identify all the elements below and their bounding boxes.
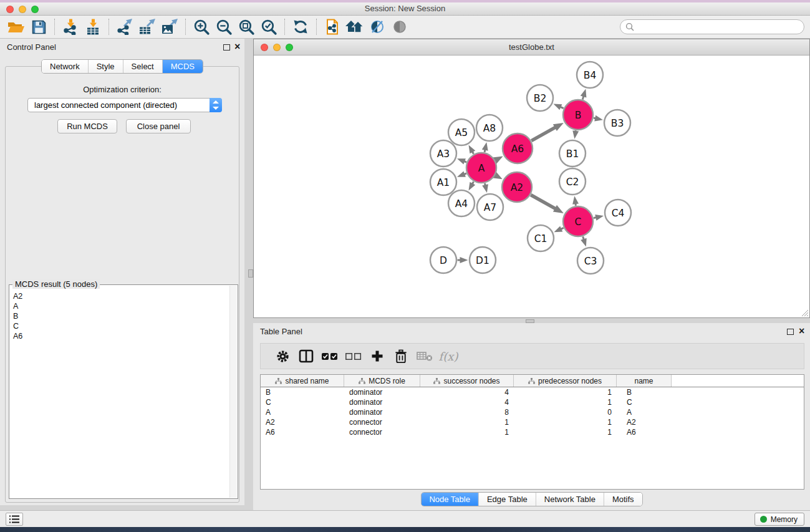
graph-node-label-B1: B1 — [566, 148, 579, 160]
table-cell: 1 — [514, 417, 617, 427]
table-row[interactable]: Cdominator41C — [261, 397, 804, 407]
gear-icon — [276, 349, 290, 364]
column-header-name[interactable]: name — [617, 375, 672, 387]
result-scrollbar[interactable] — [229, 286, 237, 498]
network-canvas[interactable]: AA1A2A3A4A5A6A7A8BB1B2B3B4CC1C2C3C4DD1 — [254, 56, 809, 317]
tab-edge-table[interactable]: Edge Table — [478, 493, 536, 506]
delete-table-button[interactable] — [413, 346, 436, 366]
column-header-label: MCDS role — [369, 377, 405, 385]
duplicate-network-button[interactable] — [321, 17, 344, 37]
network-window-titlebar[interactable]: testGlobe.txt — [254, 39, 809, 56]
float-panel-button[interactable] — [223, 44, 230, 51]
export-network-button[interactable] — [113, 17, 136, 37]
close-panel-button[interactable]: × — [234, 41, 240, 52]
deselect-all-button[interactable] — [342, 346, 365, 366]
tab-style[interactable]: Style — [88, 60, 123, 73]
mcds-result-item[interactable]: B — [13, 311, 229, 321]
search-field[interactable] — [620, 19, 804, 34]
control-panel-title: Control Panel — [7, 42, 56, 52]
table-cell: C — [617, 397, 672, 407]
table-cell: 8 — [420, 407, 514, 417]
graph-node-label-C3: C3 — [584, 256, 597, 267]
toolbar-separator — [185, 19, 186, 35]
graph-node-label-A6: A6 — [511, 143, 524, 155]
refresh-button[interactable] — [289, 17, 312, 37]
memory-button[interactable]: Memory — [755, 513, 804, 526]
run-mcds-button[interactable]: Run MCDS — [57, 119, 117, 133]
open-file-button[interactable] — [5, 17, 27, 37]
table-cell: dominator — [344, 407, 420, 417]
toolbar-separator — [108, 19, 109, 35]
table-row[interactable]: Adominator80A — [261, 407, 804, 417]
tab-node-table[interactable]: Node Table — [421, 493, 478, 506]
zoom-out-button[interactable] — [213, 17, 235, 37]
tab-network-table[interactable]: Network Table — [536, 493, 604, 506]
tab-network[interactable]: Network — [42, 60, 88, 73]
graph-edge-arrowhead — [594, 115, 603, 122]
zoom-in-button[interactable] — [190, 17, 213, 37]
toggle-columns-button[interactable] — [294, 346, 318, 366]
table-row[interactable]: Bdominator41B — [261, 387, 804, 397]
graph-node-label-A2: A2 — [511, 182, 523, 193]
column-header-predecessor-nodes[interactable]: predecessor nodes — [514, 375, 617, 387]
delete-column-button[interactable] — [389, 346, 413, 366]
column-header-MCDS-role[interactable]: MCDS role — [344, 375, 420, 387]
function-builder-button[interactable]: f(x) — [436, 346, 460, 366]
table-cell: 4 — [420, 387, 514, 397]
hierarchy-icon — [528, 378, 535, 384]
tab-mcds[interactable]: MCDS — [162, 60, 203, 73]
column-header-successor-nodes[interactable]: successor nodes — [420, 375, 514, 387]
show-all-button[interactable] — [388, 17, 411, 37]
zoom-selected-icon — [261, 19, 277, 36]
save-session-button[interactable] — [27, 17, 50, 37]
mcds-result-item[interactable]: A2 — [13, 291, 229, 301]
graph-edge-arrowhead — [554, 226, 562, 232]
create-column-button[interactable] — [365, 346, 389, 366]
splitter-handle[interactable] — [248, 269, 253, 278]
hide-selected-button[interactable] — [366, 17, 388, 37]
select-all-button[interactable] — [318, 346, 342, 366]
zoom-fit-button[interactable] — [235, 17, 258, 37]
hierarchy-icon — [275, 378, 282, 384]
main-toolbar — [0, 16, 810, 39]
table-cell: dominator — [344, 387, 420, 397]
import-network-icon — [62, 19, 79, 35]
graph-node-label-A3: A3 — [437, 148, 450, 160]
export-image-button[interactable] — [158, 17, 181, 37]
zoom-selected-button[interactable] — [258, 17, 280, 37]
float-table-panel-button[interactable] — [787, 329, 794, 335]
graph-edge-arrowhead — [553, 104, 562, 110]
close-panel-button-mcds[interactable]: Close panel — [126, 119, 191, 133]
graph-edge-A6-B[interactable] — [531, 127, 556, 141]
column-header-label: successor nodes — [443, 377, 499, 385]
table-settings-button[interactable] — [271, 346, 294, 366]
import-table-button[interactable] — [82, 17, 104, 37]
memory-label: Memory — [771, 515, 798, 524]
graph-edge-arrowhead — [482, 142, 488, 151]
graph-edge-arrowhead — [572, 196, 579, 205]
table-cell: A — [617, 407, 672, 417]
tab-select[interactable]: Select — [123, 60, 162, 73]
home-network-button[interactable] — [344, 17, 366, 37]
table-row[interactable]: A6connector11A6 — [261, 427, 804, 437]
graph-node-label-C: C — [575, 216, 582, 228]
desktop-wallpaper-strip — [0, 527, 810, 532]
export-table-button[interactable] — [136, 17, 158, 37]
import-network-button[interactable] — [59, 17, 82, 37]
mcds-result-item[interactable]: A6 — [13, 331, 229, 341]
column-header-shared-name[interactable]: shared name — [261, 375, 344, 387]
network-window-title: testGlobe.txt — [254, 42, 809, 52]
node-table: shared nameMCDS rolesuccessor nodesprede… — [260, 374, 804, 490]
graph-edge-A2-C[interactable] — [531, 195, 556, 209]
mcds-result-item[interactable]: A — [13, 301, 229, 311]
tab-motifs[interactable]: Motifs — [604, 493, 642, 506]
criterion-select[interactable]: largest connected component (directed) — [27, 98, 222, 112]
mcds-result-list: A2ABCA6 — [9, 288, 229, 497]
task-history-button[interactable] — [6, 513, 23, 526]
table-row[interactable]: A2connector11A2 — [261, 417, 804, 427]
search-input[interactable] — [637, 22, 799, 32]
resize-grip-icon[interactable] — [800, 308, 808, 316]
close-table-panel-button[interactable]: × — [799, 326, 804, 337]
mcds-result-item[interactable]: C — [13, 321, 229, 331]
mcds-result-box: MCDS result (5 nodes) A2ABCA6 — [9, 284, 238, 499]
